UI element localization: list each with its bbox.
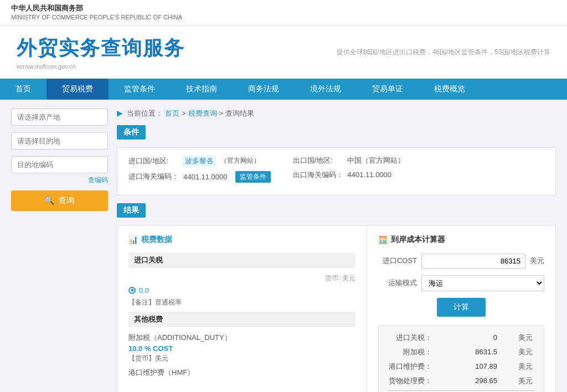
origin-input[interactable] xyxy=(11,109,108,126)
search-button-label: 查询 xyxy=(58,195,75,206)
result-cargo-handling-label: 货物处理费： xyxy=(388,376,432,386)
import-hscode-label: 进口海关编码： xyxy=(128,172,179,182)
calc-panel: 🧮 到岸成本计算器 进口COST 美元 运输模式 海运 xyxy=(367,226,555,392)
additional-duty-rate: 10.0 % COST xyxy=(128,344,355,353)
lookup-link[interactable]: 查编码 xyxy=(11,176,108,185)
logo-main: 中华人民共和国商务部 xyxy=(11,3,182,13)
result-port-maintenance-unit: 美元 xyxy=(518,362,535,372)
breadcrumb-tax-query[interactable]: 税费查询 xyxy=(188,109,217,118)
top-header: 中华人民共和国商务部 MINISTRY OF COMMERCE PEOPLE'S… xyxy=(0,0,567,26)
conditions-section: 条件 进口国/地区: 波多黎各 （官方网站） 进口海关编码： 4401.11.0… xyxy=(117,125,556,195)
navigation: 首页 贸易税费 监管条件 技术指南 商务法规 境外法规 贸易单证 税费概览 xyxy=(0,79,567,100)
result-import-tariff-value: 0 xyxy=(453,333,497,342)
result-cargo-handling: 货物处理费： 298.65 美元 xyxy=(388,376,535,386)
result-port-maintenance-value: 107.89 xyxy=(453,362,497,370)
breadcrumb-current: 查询结果 xyxy=(225,109,254,118)
result-cargo-handling-value: 298.65 xyxy=(453,376,497,385)
additional-duty-label: 附加税（ADDITIONAL_DUTY） xyxy=(128,333,355,343)
result-port-maintenance-label: 港口维护费： xyxy=(388,362,432,372)
calc-button[interactable]: 计算 xyxy=(437,298,486,317)
rate-value: 0.0 xyxy=(139,286,149,295)
hmf-item: 港口维护费（HMF） xyxy=(128,368,355,378)
import-official: （官方网站） xyxy=(220,156,260,166)
conditions-box: 进口国/地区: 波多黎各 （官方网站） 进口海关编码： 4401.11.0000… xyxy=(117,147,556,195)
calc-shipping-row: 运输模式 海运 空运 陆运 xyxy=(378,275,544,291)
results-box: 📊 税费数据 进口关税 货币: 美元 0.0 【备注】普通税率 其他税费 附加税… xyxy=(117,225,556,392)
destination-input[interactable] xyxy=(11,132,108,149)
brand-description: 提供全球86国/地区进出口税费，46国/地区监管条件，53国/地区税费计算 xyxy=(337,48,550,57)
breadcrumb: ▶ 当前位置： 首页 > 税费查询 > 查询结果 xyxy=(117,109,556,118)
nav-supervision[interactable]: 监管条件 xyxy=(109,79,171,100)
results-inner: 📊 税费数据 进口关税 货币: 美元 0.0 【备注】普通税率 其他税费 附加税… xyxy=(117,226,555,392)
breadcrumb-prefix: 当前位置： xyxy=(127,109,163,118)
tax-panel-title: 📊 税费数据 xyxy=(128,235,355,245)
result-additional-duty-label: 附加税： xyxy=(388,347,432,357)
calc-cost-row: 进口COST 美元 xyxy=(378,254,544,269)
chart-icon: 📊 xyxy=(128,235,138,244)
tax-panel: 📊 税费数据 进口关税 货币: 美元 0.0 【备注】普通税率 其他税费 附加税… xyxy=(117,226,367,392)
nav-tax-overview[interactable]: 税费概览 xyxy=(419,79,481,100)
breadcrumb-sep2: > xyxy=(219,109,224,117)
nav-tech-guide[interactable]: 技术指南 xyxy=(171,79,233,100)
content-area: ▶ 当前位置： 首页 > 税费查询 > 查询结果 条件 进口国/地区: 波多黎各 xyxy=(117,109,556,392)
rate-radio[interactable] xyxy=(128,287,136,294)
export-country-row: 出口国/地区: 中国（官方网站） xyxy=(293,156,405,166)
export-country-label: 出口国/地区: xyxy=(293,156,343,166)
import-hscode-value: 4401.11.0000 xyxy=(183,173,228,181)
calc-results: 进口关税： 0 美元 附加税： 8631.5 美元 港口维护费： xyxy=(378,326,544,392)
supervision-button[interactable]: 监管条件 xyxy=(235,171,271,183)
breadcrumb-arrow: ▶ xyxy=(117,109,122,117)
nav-trade-docs[interactable]: 贸易单证 xyxy=(357,79,419,100)
export-hscode-label: 出口海关编码： xyxy=(293,170,343,180)
result-port-maintenance: 港口维护费： 107.89 美元 xyxy=(388,362,535,372)
nav-foreign-law[interactable]: 境外法规 xyxy=(295,79,357,100)
calc-shipping-select[interactable]: 海运 空运 陆运 xyxy=(421,275,544,291)
result-additional-duty: 附加税： 8631.5 美元 xyxy=(388,347,535,357)
calc-cost-label: 进口COST xyxy=(378,256,417,266)
additional-duty-item: 附加税（ADDITIONAL_DUTY） 10.0 % COST 【货币】美元 xyxy=(128,333,355,363)
result-total: 总计： 9038.04 美元 xyxy=(388,390,535,392)
results-header: 结果 xyxy=(117,203,146,218)
tax-panel-title-text: 税费数据 xyxy=(141,235,172,245)
import-country-label: 进口国/地区: xyxy=(128,156,178,166)
result-import-tariff: 进口关税： 0 美元 xyxy=(388,333,535,343)
import-tariff-header: 进口关税 xyxy=(128,252,355,268)
results-section: 结果 📊 税费数据 进口关税 货币: 美元 0.0 xyxy=(117,203,556,392)
result-additional-duty-value: 8631.5 xyxy=(453,348,497,356)
calc-cost-unit: 美元 xyxy=(530,256,544,266)
import-country-row: 进口国/地区: 波多黎各 （官方网站） xyxy=(128,156,271,167)
rate-radio-row: 0.0 xyxy=(128,286,355,295)
import-hscode-row: 进口海关编码： 4401.11.0000 监管条件 xyxy=(128,171,271,183)
export-hscode-row: 出口海关编码： 4401.11.0000 xyxy=(293,170,405,180)
calc-icon: 🧮 xyxy=(378,235,388,244)
logo-text: 中华人民共和国商务部 MINISTRY OF COMMERCE PEOPLE'S… xyxy=(11,3,182,22)
result-additional-duty-unit: 美元 xyxy=(518,347,535,357)
calc-shipping-label: 运输模式 xyxy=(378,278,417,288)
brand-title: 外贸实务查询服务 xyxy=(17,35,185,62)
brand-section: 外贸实务查询服务 wmsw.mofcom.gov.cn 提供全球86国/地区进出… xyxy=(0,26,567,79)
export-hscode-value: 4401.11.0000 xyxy=(348,171,392,179)
note-text: 【备注】普通税率 xyxy=(128,298,355,307)
result-cargo-handling-unit: 美元 xyxy=(518,376,535,386)
additional-duty-currency: 【货币】美元 xyxy=(128,354,355,363)
search-button[interactable]: 🔍 查询 xyxy=(11,190,108,211)
other-tax-header: 其他税费 xyxy=(128,312,355,327)
logo-sub: MINISTRY OF COMMERCE PEOPLE'S REPUBLIC O… xyxy=(11,13,182,22)
nav-business-law[interactable]: 商务法规 xyxy=(233,79,295,100)
calc-title-text: 到岸成本计算器 xyxy=(391,235,445,245)
calc-cost-input[interactable] xyxy=(421,254,525,269)
search-icon: 🔍 xyxy=(44,195,55,205)
hmf-label: 港口维护费（HMF） xyxy=(128,368,355,378)
import-country-link[interactable]: 波多黎各 xyxy=(183,156,216,167)
nav-trade-tax[interactable]: 贸易税费 xyxy=(47,79,109,100)
nav-home[interactable]: 首页 xyxy=(0,79,47,100)
calc-title: 🧮 到岸成本计算器 xyxy=(378,235,544,245)
main-container: 查编码 🔍 查询 ▶ 当前位置： 首页 > 税费查询 > 查询结果 条件 xyxy=(0,100,567,392)
currency-note: 货币: 美元 xyxy=(128,274,355,283)
sidebar: 查编码 🔍 查询 xyxy=(11,109,108,392)
export-country-value: 中国（官方网站） xyxy=(347,156,405,166)
breadcrumb-home[interactable]: 首页 xyxy=(165,109,179,118)
result-import-tariff-unit: 美元 xyxy=(518,333,535,343)
brand-subtitle: wmsw.mofcom.gov.cn xyxy=(17,63,185,70)
hscode-input[interactable] xyxy=(11,156,108,173)
